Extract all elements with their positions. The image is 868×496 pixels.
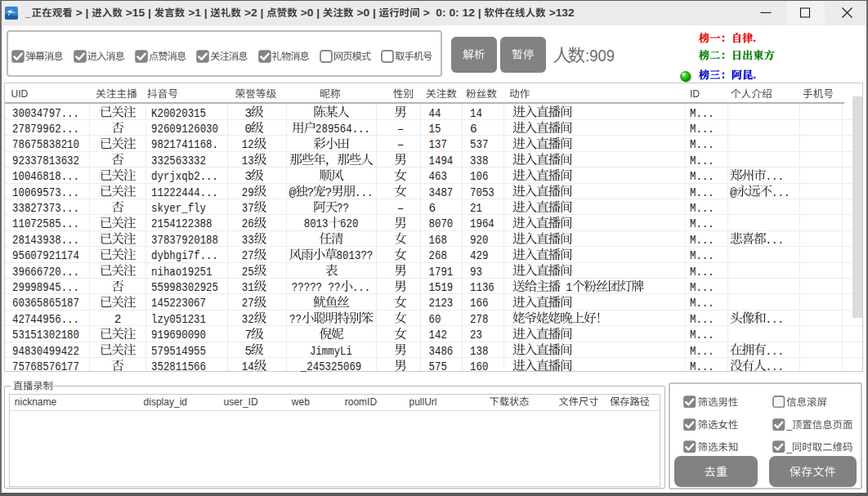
svg-text:...: ... <box>352 281 370 294</box>
svg-text:168: 168 <box>429 234 447 247</box>
svg-text:M...: M... <box>690 234 714 247</box>
svg-text:>2 |: >2 | <box>241 7 266 19</box>
svg-text:95607921174: 95607921174 <box>12 249 79 262</box>
svg-text:27: 27 <box>242 297 254 310</box>
svg-text:_: _ <box>785 442 793 454</box>
svg-text:2154122388: 2154122388 <box>151 217 213 230</box>
svg-text:dyrjxqb2...: dyrjxqb2... <box>151 170 218 183</box>
svg-text:roomID: roomID <box>345 396 377 408</box>
svg-text:6: 6 <box>470 123 477 136</box>
svg-text:user_ID: user_ID <box>224 396 258 408</box>
svg-text:6: 6 <box>429 202 436 215</box>
svg-text:919690090: 919690090 <box>151 328 206 342</box>
svg-text:>132: >132 <box>546 7 575 19</box>
svg-text:1519: 1519 <box>429 281 454 294</box>
svg-text:332563332: 332563332 <box>151 154 206 168</box>
svg-text:?: ? <box>307 186 315 199</box>
svg-text:44: 44 <box>429 107 441 120</box>
svg-text:7: 7 <box>245 328 253 342</box>
svg-text:...: ... <box>766 345 784 358</box>
svg-text:_245325069: _245325069 <box>300 360 361 373</box>
svg-text:579514955: 579514955 <box>151 345 206 358</box>
svg-text:...: ... <box>766 360 784 373</box>
svg-text:9821741168.: 9821741168. <box>151 138 218 151</box>
svg-text:M...: M... <box>690 186 714 199</box>
svg-text:1791: 1791 <box>429 266 454 279</box>
svg-text:60365865187: 60365865187 <box>12 297 79 310</box>
svg-text:3: 3 <box>245 107 253 120</box>
svg-text:??: ?? <box>337 202 349 215</box>
svg-text:138: 138 <box>470 345 488 358</box>
svg-text:33827373...: 33827373... <box>12 202 79 215</box>
svg-text:...: ... <box>766 313 784 326</box>
svg-text:14: 14 <box>470 107 482 120</box>
svg-text:2123: 2123 <box>429 297 454 310</box>
svg-text:42744956...: 42744956... <box>12 313 79 326</box>
svg-text:920: 920 <box>470 234 488 247</box>
svg-text:.: . <box>754 69 756 81</box>
svg-text:106: 106 <box>470 170 488 183</box>
svg-text:> |: > | <box>73 7 92 19</box>
svg-text:94830499422: 94830499422 <box>12 345 79 358</box>
svg-text:>15 |: >15 | <box>123 7 154 19</box>
svg-text:@: @ <box>289 186 297 199</box>
svg-text:142: 142 <box>429 328 447 342</box>
svg-text:8013: 8013 <box>304 217 329 230</box>
svg-text:1494: 1494 <box>429 154 454 168</box>
svg-text:33: 33 <box>242 234 254 247</box>
svg-text:M...: M... <box>690 345 714 358</box>
svg-text:dybhgi7f...: dybhgi7f... <box>151 249 218 262</box>
svg-text:537: 537 <box>470 138 488 151</box>
svg-text:M...: M... <box>690 170 714 183</box>
svg-text:12: 12 <box>242 138 254 151</box>
svg-text:37: 37 <box>242 202 254 215</box>
svg-text:_: _ <box>25 7 31 19</box>
svg-text:1: 1 <box>560 281 572 294</box>
svg-text:ID: ID <box>690 88 700 100</box>
svg-text:13: 13 <box>242 154 254 168</box>
svg-text:166: 166 <box>470 297 488 310</box>
svg-text:29998945...: 29998945... <box>12 281 79 294</box>
svg-text:429: 429 <box>470 249 488 262</box>
svg-text:31: 31 <box>242 281 254 294</box>
svg-text:32: 32 <box>242 313 254 326</box>
svg-text:39666720...: 39666720... <box>12 266 79 279</box>
svg-text:3: 3 <box>245 170 253 183</box>
svg-text:23: 23 <box>470 328 482 342</box>
svg-text:–: – <box>397 123 405 136</box>
svg-text:11222444...: 11222444... <box>151 186 218 199</box>
svg-text::909: :909 <box>585 47 615 65</box>
svg-text:8070: 8070 <box>429 217 454 230</box>
svg-text:M...: M... <box>690 138 714 151</box>
svg-text:78675838210: 78675838210 <box>12 138 79 151</box>
svg-text:M...: M... <box>690 297 714 310</box>
svg-text:11072585...: 11072585... <box>12 217 79 230</box>
svg-text:M...: M... <box>690 360 714 373</box>
svg-text:7053: 7053 <box>470 186 494 199</box>
svg-text:M...: M... <box>690 281 714 294</box>
svg-text:26: 26 <box>242 217 254 230</box>
svg-text:1136: 1136 <box>470 281 494 294</box>
svg-text:nickname: nickname <box>15 396 57 408</box>
svg-text:5: 5 <box>245 345 253 358</box>
svg-text:...: ... <box>772 186 790 199</box>
svg-text:160: 160 <box>470 360 488 373</box>
svg-text:_: _ <box>785 419 793 431</box>
svg-text:>1 |: >1 | <box>185 7 210 19</box>
svg-text:289564...: 289564... <box>315 123 370 136</box>
svg-text:????? ??: ????? ?? <box>292 281 341 294</box>
svg-text:>0 |: >0 | <box>354 7 379 19</box>
svg-text:21: 21 <box>470 202 482 215</box>
svg-text:575: 575 <box>429 360 447 373</box>
svg-text:pullUrl: pullUrl <box>409 396 437 408</box>
svg-text:137: 137 <box>429 138 447 151</box>
svg-text:...: ... <box>355 186 373 199</box>
svg-text:29: 29 <box>242 186 254 199</box>
svg-text:M...: M... <box>690 154 714 168</box>
svg-text:27: 27 <box>242 249 254 262</box>
svg-text:352811566: 352811566 <box>151 360 206 373</box>
svg-text:0: 0 <box>245 123 253 136</box>
svg-text:lzy051231: lzy051231 <box>151 313 206 326</box>
svg-text:30034797...: 30034797... <box>12 107 79 120</box>
svg-text:nihao19251: nihao19251 <box>151 266 213 279</box>
